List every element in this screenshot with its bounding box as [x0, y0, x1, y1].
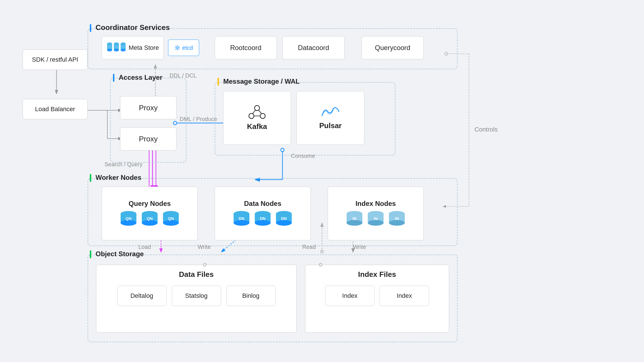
index-nodes-label: Index Nodes: [356, 200, 396, 208]
load-balancer-label: Load Balancer: [35, 105, 75, 113]
svg-point-58: [234, 220, 249, 226]
in-db-3: IN: [388, 210, 406, 227]
svg-point-37: [177, 47, 179, 49]
data-files-label: Data Files: [179, 270, 214, 279]
coordinator-title: Coordinator Services: [90, 23, 170, 32]
index-files-circle: [319, 263, 322, 266]
svg-point-78: [389, 220, 405, 226]
worker-title: Worker Nodes: [90, 173, 142, 182]
svg-text:IN: IN: [374, 216, 378, 221]
svg-line-42: [259, 110, 262, 114]
in-db-1: IN: [345, 210, 364, 227]
dml-produce-label: DML / Produce: [180, 116, 217, 122]
qn-db-1: QN: [119, 210, 138, 227]
pulsar-icon: [321, 106, 340, 118]
access-title: Access Layer: [113, 73, 162, 82]
svg-text:DN: DN: [238, 216, 244, 221]
svg-point-70: [347, 220, 362, 226]
proxy1-label: Proxy: [139, 104, 158, 112]
diagram: Coordinator Services Meta Store etcd Roo…: [0, 0, 644, 362]
svg-point-33: [114, 49, 119, 51]
kafka-icon: [249, 105, 266, 119]
svg-point-54: [163, 220, 179, 226]
in-db-2: IN: [367, 210, 385, 227]
pulsar-box: Pulsar: [297, 91, 364, 145]
pulsar-label: Pulsar: [319, 121, 342, 130]
data-files-circle: [203, 263, 206, 266]
svg-point-66: [276, 220, 292, 226]
rootcoord-box: Rootcoord: [215, 36, 277, 59]
object-bar: [90, 250, 91, 258]
svg-line-41: [253, 110, 255, 114]
dn-db-1: DN: [232, 210, 251, 227]
datacoord-label: Datacoord: [298, 44, 329, 52]
datacoord-box: Datacoord: [282, 36, 345, 59]
data-nodes-label: Data Nodes: [244, 200, 281, 208]
svg-text:QN: QN: [125, 216, 131, 221]
statslog-box: Statslog: [172, 286, 221, 306]
query-nodes-dbs: QN QN QN: [119, 210, 180, 227]
kafka-label: Kafka: [247, 122, 267, 131]
svg-text:DN: DN: [260, 216, 265, 221]
access-bar: [113, 74, 114, 82]
svg-point-62: [255, 220, 271, 226]
query-nodes-box: Query Nodes QN QN QN: [102, 187, 198, 240]
querycoord-label: Querycoord: [375, 44, 410, 52]
read-label: Read: [302, 244, 316, 250]
rootcoord-label: Rootcoord: [230, 44, 262, 52]
meta-store-box: Meta Store: [102, 36, 164, 59]
write1-label: Write: [198, 244, 211, 250]
data-files-items: Deltalog Statslog Binlog: [117, 286, 276, 306]
index-nodes-dbs: IN IN IN: [345, 210, 406, 227]
data-nodes-dbs: DN DN DN: [232, 210, 293, 227]
ddl-dcl-label: DDL / DCL: [169, 72, 197, 79]
svg-point-36: [121, 49, 126, 51]
etcd-box: etcd: [168, 40, 199, 56]
svg-text:IN: IN: [353, 216, 356, 221]
kafka-box: Kafka: [223, 91, 291, 145]
svg-text:QN: QN: [147, 216, 153, 221]
etcd-label: etcd: [182, 45, 193, 51]
querycoord-box: Querycoord: [362, 36, 424, 59]
binlog-box: Binlog: [226, 286, 276, 306]
query-nodes-label: Query Nodes: [129, 200, 171, 208]
search-query-label: Search / Query: [105, 161, 143, 168]
index-files-box: Index Files Index Index: [305, 265, 449, 333]
index-files-label: Index Files: [358, 270, 396, 279]
data-nodes-box: Data Nodes DN DN DN: [215, 187, 311, 240]
index-nodes-box: Index Nodes IN IN IN: [328, 187, 424, 240]
sdk-box: SDK / restful API: [23, 49, 88, 70]
message-bar: [217, 78, 219, 86]
write2-label: Write: [353, 244, 366, 250]
qn-db-3: QN: [162, 210, 180, 227]
worker-bar: [90, 174, 91, 182]
etcd-gear-icon: [174, 45, 180, 51]
svg-point-40: [260, 113, 265, 118]
proxy2-label: Proxy: [139, 135, 158, 143]
load-label: Load: [138, 244, 151, 250]
svg-point-25: [321, 250, 323, 253]
sdk-label: SDK / restful API: [32, 56, 78, 63]
deltalog-box: Deltalog: [117, 286, 167, 306]
svg-point-38: [254, 105, 260, 111]
index-files-items: Index Index: [325, 286, 429, 306]
consume-label: Consume: [291, 153, 315, 159]
object-title: Object Storage: [90, 249, 144, 258]
load-balancer-box: Load Balancer: [23, 99, 88, 119]
svg-text:DN: DN: [281, 216, 286, 221]
svg-point-74: [368, 220, 384, 226]
meta-store-icon: [106, 41, 126, 55]
index1-box: Index: [325, 286, 375, 306]
svg-point-46: [121, 220, 136, 226]
proxy1-box: Proxy: [120, 96, 177, 119]
dn-db-2: DN: [254, 210, 272, 227]
proxy2-box: Proxy: [120, 127, 177, 150]
dn-db-3: DN: [275, 210, 293, 227]
meta-store-label: Meta Store: [129, 44, 159, 51]
index2-box: Index: [380, 286, 429, 306]
svg-point-30: [107, 49, 112, 51]
data-files-box: Data Files Deltalog Statslog Binlog: [96, 265, 297, 333]
svg-point-39: [249, 113, 254, 118]
svg-point-50: [142, 220, 158, 226]
svg-text:QN: QN: [168, 216, 174, 221]
